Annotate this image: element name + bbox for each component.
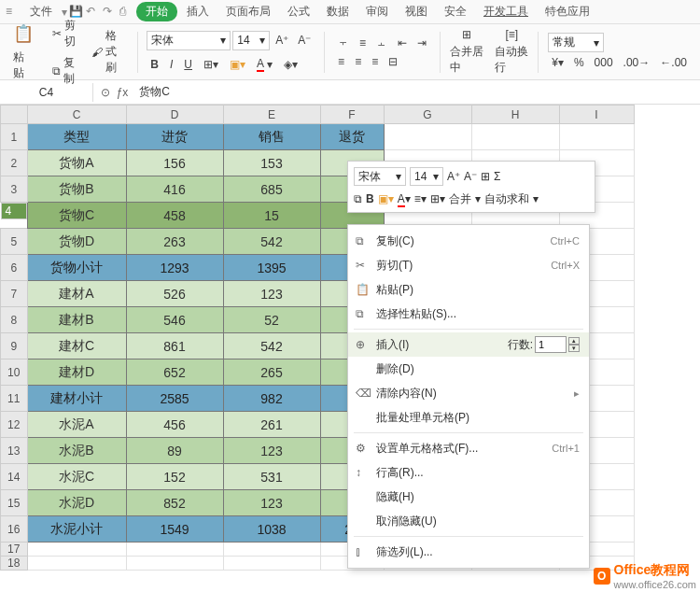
cell[interactable]: 建材A xyxy=(27,281,126,307)
row-header[interactable]: 6 xyxy=(1,255,28,281)
print-icon[interactable]: ⎙ xyxy=(119,5,134,20)
cell[interactable]: 416 xyxy=(126,176,223,203)
row-header[interactable]: 13 xyxy=(1,438,28,464)
cell[interactable]: 456 xyxy=(126,412,223,438)
cell[interactable]: 1293 xyxy=(126,255,223,281)
eraser-icon[interactable]: ◈▾ xyxy=(280,55,301,74)
wrap-text-button[interactable]: [≡]自动换行 xyxy=(491,26,532,78)
cell[interactable]: 水泥D xyxy=(27,490,126,516)
cell[interactable]: 水泥B xyxy=(27,438,126,464)
percent-icon[interactable]: % xyxy=(570,54,588,71)
cell[interactable]: 水泥A xyxy=(27,412,126,438)
ctx-paste-special[interactable]: ⧉选择性粘贴(S)... xyxy=(348,302,589,326)
menu-icon[interactable]: ≡ xyxy=(6,5,21,20)
cell[interactable]: 建材小计 xyxy=(27,386,126,412)
tab-view[interactable]: 视图 xyxy=(398,2,435,21)
mini-font-select[interactable]: 宋体▾ xyxy=(354,167,406,186)
cell[interactable] xyxy=(559,124,634,150)
col-header[interactable]: E xyxy=(223,106,320,124)
fx-icon[interactable]: ⊙ ƒx xyxy=(93,86,135,99)
mini-format-icon[interactable]: ⧉ xyxy=(354,192,362,205)
merge-icon2[interactable]: ⊟ xyxy=(385,53,401,70)
col-header[interactable]: G xyxy=(384,106,471,124)
cell[interactable] xyxy=(126,557,223,571)
row-header[interactable]: 1 xyxy=(1,124,28,150)
cell[interactable]: 类型 xyxy=(27,124,126,150)
col-header[interactable]: H xyxy=(471,106,559,124)
cut-button[interactable]: ✂ 剪切 xyxy=(49,16,80,51)
cell[interactable]: 水泥C xyxy=(27,464,126,490)
tab-data[interactable]: 数据 xyxy=(319,2,357,21)
mini-border-button[interactable]: ⊞▾ xyxy=(430,192,445,205)
ctx-filter[interactable]: ⫿筛选列(L)... xyxy=(348,540,589,564)
cell[interactable]: 销售 xyxy=(223,124,320,150)
cell[interactable]: 2585 xyxy=(126,386,223,412)
ctx-unhide[interactable]: 取消隐藏(U) xyxy=(348,509,589,533)
bold-button[interactable]: B xyxy=(147,55,162,74)
mini-merge-icon[interactable]: ⊞ xyxy=(481,170,490,183)
cell[interactable]: 货物B xyxy=(27,176,126,203)
cell[interactable]: 123 xyxy=(223,490,320,516)
tab-layout[interactable]: 页面布局 xyxy=(218,2,278,21)
cell[interactable]: 265 xyxy=(223,359,320,386)
cell[interactable]: 652 xyxy=(126,359,223,386)
mini-size-select[interactable]: 14▾ xyxy=(410,167,443,186)
cell[interactable]: 153 xyxy=(223,150,320,176)
cell[interactable]: 建材D xyxy=(27,359,126,386)
mini-autosum-label[interactable]: 自动求和 xyxy=(484,191,529,207)
row-header[interactable]: 7 xyxy=(1,281,28,307)
ctx-clear[interactable]: ⌫清除内容(N)▸ xyxy=(348,381,589,405)
cell[interactable] xyxy=(471,124,559,150)
tab-insert[interactable]: 插入 xyxy=(179,2,217,21)
cell[interactable]: 261 xyxy=(223,412,320,438)
italic-button[interactable]: I xyxy=(166,55,176,74)
cell[interactable]: 1395 xyxy=(223,255,320,281)
align-top-icon[interactable]: ⫟ xyxy=(334,35,353,51)
row-header[interactable]: 17 xyxy=(1,543,28,557)
cell[interactable]: 123 xyxy=(223,438,320,464)
mini-dec-font-icon[interactable]: A⁻ xyxy=(464,170,477,183)
mini-fill-button[interactable]: ▣▾ xyxy=(378,192,394,205)
cell[interactable]: 水泥小计 xyxy=(27,516,126,543)
row-header[interactable]: 16 xyxy=(1,516,28,543)
cell[interactable] xyxy=(223,543,320,557)
tab-special[interactable]: 特色应用 xyxy=(538,2,597,21)
comma-icon[interactable]: 000 xyxy=(591,54,617,71)
ctx-rowheight[interactable]: ↕行高(R)... xyxy=(348,460,589,485)
row-header[interactable]: 3 xyxy=(1,176,28,203)
cell[interactable]: 货物D xyxy=(27,229,126,255)
cell[interactable]: 546 xyxy=(126,307,223,333)
cell[interactable]: 建材B xyxy=(27,307,126,333)
format-painter-button[interactable]: 🖌格式刷 xyxy=(88,26,132,78)
undo-icon[interactable]: ↶ xyxy=(86,5,101,20)
indent-right-icon[interactable]: ⇥ xyxy=(413,35,430,51)
row-header[interactable]: 14 xyxy=(1,464,28,490)
cell[interactable]: 货物A xyxy=(27,150,126,176)
cell[interactable] xyxy=(223,557,320,571)
font-color-button[interactable]: A▾ xyxy=(253,55,276,74)
mini-align-button[interactable]: ≡▾ xyxy=(414,192,427,205)
increase-font-icon[interactable]: A⁺ xyxy=(272,31,292,50)
formula-value[interactable]: 货物C xyxy=(135,84,174,100)
decrease-font-icon[interactable]: A⁻ xyxy=(294,31,315,50)
col-header[interactable]: I xyxy=(559,106,634,124)
row-header[interactable]: 2 xyxy=(1,150,28,176)
mini-bold-button[interactable]: B xyxy=(366,192,374,205)
spin-up-icon[interactable]: ▴ xyxy=(568,337,580,345)
cell[interactable]: 685 xyxy=(223,176,320,203)
ctx-cut[interactable]: ✂剪切(T)Ctrl+X xyxy=(348,253,589,277)
ctx-copy[interactable]: ⧉复制(C)Ctrl+C xyxy=(348,229,589,253)
indent-left-icon[interactable]: ⇤ xyxy=(394,35,411,51)
cell[interactable]: 1038 xyxy=(223,516,320,543)
cell[interactable]: 152 xyxy=(126,464,223,490)
col-header[interactable]: F xyxy=(320,106,384,124)
cell[interactable] xyxy=(27,557,126,571)
ctx-insert[interactable]: ⊕ 插入(I) 行数: ▴▾ xyxy=(348,332,589,357)
ctx-format[interactable]: ⚙设置单元格格式(F)...Ctrl+1 xyxy=(348,436,589,460)
row-header[interactable]: 12 xyxy=(1,412,28,438)
cell[interactable]: 156 xyxy=(126,150,223,176)
col-header[interactable]: D xyxy=(126,106,223,124)
mini-merge-label[interactable]: 合并 xyxy=(449,191,471,207)
cell[interactable]: 542 xyxy=(223,333,320,359)
row-header[interactable]: 8 xyxy=(1,307,28,333)
